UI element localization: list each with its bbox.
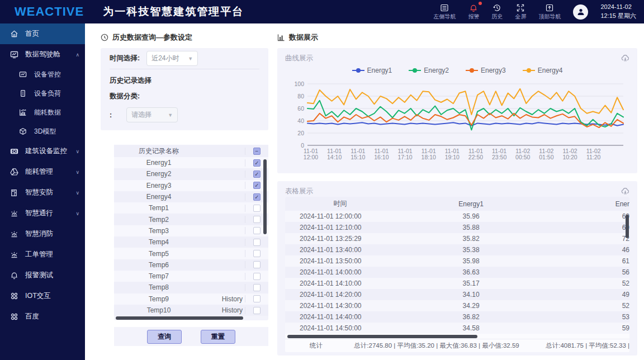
svg-text:60: 60 [297, 105, 304, 112]
data-table-row: 2024-11-01 14:30:00 34.29 52 [285, 300, 629, 311]
select-all-checkbox[interactable]: − [253, 148, 261, 155]
record-checkbox[interactable] [253, 239, 261, 246]
record-name: Temp1 [114, 204, 203, 212]
category-select[interactable]: 请选择 ▼ [126, 107, 178, 122]
reset-button[interactable]: 重置 [201, 330, 235, 344]
record-checkbox[interactable] [253, 295, 261, 302]
download-chart-icon[interactable] [621, 54, 629, 63]
header-action-list-nav[interactable]: 左侧导航 [433, 3, 456, 21]
record-checkbox[interactable]: ✓ [253, 193, 261, 201]
record-checkbox[interactable] [253, 307, 261, 314]
download-table-icon[interactable] [621, 187, 629, 196]
data-table-row: 2024-11-01 14:00:00 36.63 56 [285, 267, 629, 278]
sidebar-item-10[interactable]: 智慧消防 [0, 224, 85, 244]
alarm-badge-dot [479, 2, 482, 5]
app-title: 为一科技智慧建筑管理平台 [103, 4, 244, 19]
record-row[interactable]: Temp2 [114, 214, 268, 225]
bar-chart-icon [277, 34, 285, 41]
energy-manage-icon [10, 168, 18, 176]
record-row[interactable]: Temp5 [114, 248, 268, 259]
sidebar-item-2[interactable]: 设备管控 [0, 65, 85, 84]
header-action-fullscreen[interactable]: 全屏 [515, 3, 526, 21]
record-checkbox[interactable]: ✓ [253, 170, 261, 178]
cell-energy2: 61 [547, 257, 629, 265]
data-table-row: 2024-11-01 14:10:00 35.17 52 [285, 278, 629, 289]
record-row[interactable]: Temp10 History [114, 305, 268, 316]
record-row[interactable]: Temp8 [114, 282, 268, 293]
legend-item-Energy4[interactable]: Energy4 [523, 67, 563, 74]
header-action-history-clock[interactable]: 历史 [491, 3, 503, 21]
energy-chart-icon [19, 108, 27, 117]
record-row[interactable]: Energy3 ✓ [114, 180, 268, 191]
legend-item-Energy1[interactable]: Energy1 [352, 67, 392, 74]
record-row[interactable]: Temp9 History [114, 293, 268, 305]
dashboard-icon [10, 50, 18, 59]
sidebar-item-label: 能耗管理 [25, 167, 53, 177]
sidebar-item-12[interactable]: 报警测试 [0, 265, 85, 286]
header-time: 12:15 星期六 [600, 12, 636, 21]
header-action-top-nav[interactable]: 顶部导航 [538, 3, 561, 21]
record-checkbox[interactable] [253, 250, 261, 257]
record-checkbox[interactable] [253, 227, 261, 234]
time-range-select[interactable]: 近24小时 ▼ [146, 51, 198, 66]
record-select-label: 历史记录选择 [110, 76, 259, 86]
record-row[interactable]: Energy2 ✓ [114, 168, 268, 179]
record-row[interactable]: Energy1 ✓ [114, 157, 268, 168]
record-checkbox[interactable] [253, 273, 261, 280]
record-checkbox[interactable] [253, 205, 261, 212]
sidebar-item-11[interactable]: 工单管理 [0, 244, 85, 265]
line-chart[interactable]: 02040608010011-0112:0011-0114:1011-0115:… [285, 77, 630, 171]
camera-icon [10, 147, 18, 155]
record-name: Temp10 [114, 306, 203, 314]
svg-text:17:10: 17:10 [397, 154, 412, 160]
cell-energy2: 49 [547, 291, 629, 299]
sidebar-item-8[interactable]: 智慧安防 ∨ [0, 182, 85, 203]
record-row[interactable]: Temp1 [114, 202, 268, 214]
svg-text:40: 40 [297, 117, 304, 124]
display-panel: 数据展示 曲线展示 Energy1 Energy2 Energy3 Energy… [277, 31, 637, 360]
record-checkbox[interactable]: ✓ [253, 182, 261, 189]
sidebar-item-1[interactable]: 数据驾驶舱 ∧ [0, 44, 85, 65]
sidebar-item-5[interactable]: 3D模型 [0, 122, 85, 141]
data-table-row: 2024-11-01 13:50:00 35.98 61 [285, 255, 629, 267]
sidebar-item-label: 百度 [25, 312, 39, 321]
record-extra: History [203, 295, 245, 303]
record-row[interactable]: Temp6 [114, 259, 268, 271]
record-row[interactable]: Energy4 ✓ [114, 191, 268, 202]
sidebar-item-13[interactable]: IOT交互 [0, 286, 85, 306]
record-checkbox[interactable] [253, 284, 261, 291]
record-row[interactable]: Temp3 [114, 225, 268, 236]
legend-item-Energy3[interactable]: Energy3 [466, 67, 506, 74]
sidebar-item-9[interactable]: 智慧通行 ∨ [0, 203, 85, 224]
sidebar-item-7[interactable]: 能耗管理 ∨ [0, 162, 85, 182]
record-name: Temp2 [114, 216, 203, 224]
record-checkbox[interactable] [253, 216, 261, 223]
data-table-horizontal-scrollbar[interactable] [287, 335, 477, 338]
record-checkbox[interactable] [253, 261, 261, 268]
record-checkbox[interactable]: ✓ [253, 159, 261, 167]
sidebar-item-0[interactable]: 首页 [0, 23, 85, 44]
query-button[interactable]: 查询 [147, 330, 182, 344]
record-row[interactable]: Temp4 [114, 236, 268, 248]
chevron-up-icon: ∧ [75, 52, 79, 58]
record-list-vertical-scrollbar[interactable] [263, 159, 267, 234]
legend-item-Energy2[interactable]: Energy2 [409, 67, 449, 74]
sidebar-item-3[interactable]: 设备负荷 [0, 84, 85, 103]
svg-text:01:50: 01:50 [539, 154, 553, 160]
record-row[interactable]: Temp7 [114, 271, 268, 282]
siren-icon [10, 230, 18, 238]
record-name: Energy2 [114, 170, 203, 178]
sidebar-item-14[interactable]: 百度 [0, 306, 85, 327]
legend-label: Energy3 [481, 67, 506, 74]
header-action-alarm-bell[interactable]: 报警 [468, 3, 479, 21]
cell-energy1: 35.96 [395, 212, 547, 220]
sidebar-item-label: 建筑设备监控 [25, 146, 67, 156]
filter-card: 时间选择: 近24小时 ▼ 历史记录选择 数据分类: : 请选择 ▼ [101, 48, 268, 130]
cell-energy2: 52 [547, 302, 629, 310]
sidebar-item-6[interactable]: 建筑设备监控 ∨ [0, 141, 85, 162]
colon-label: : [110, 111, 112, 119]
data-table-vertical-scrollbar[interactable] [626, 215, 629, 238]
user-avatar[interactable] [573, 4, 588, 20]
sidebar-item-4[interactable]: 能耗数据 [0, 103, 85, 122]
record-list-horizontal-scrollbar[interactable] [116, 316, 243, 320]
